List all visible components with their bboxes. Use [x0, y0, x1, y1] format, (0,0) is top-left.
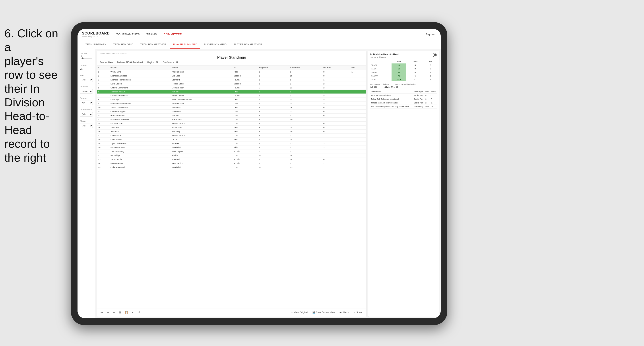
share-button[interactable]: ↗ Share	[352, 310, 364, 315]
tab-player-summary[interactable]: PLAYER SUMMARY	[170, 40, 200, 49]
h2h-tie: 5	[424, 67, 437, 71]
undo2-button[interactable]: ↩	[106, 310, 110, 315]
watch-button[interactable]: 👁 Watch	[338, 310, 350, 315]
cell-no-rds: 0	[322, 114, 350, 118]
watch-label: Watch	[342, 311, 349, 314]
cell-no-rds: 2	[322, 82, 350, 86]
table-row[interactable]: 23 Jack Lundin Missouri Fourth 11 24 0	[97, 158, 366, 162]
player-select[interactable]: (All)	[80, 124, 93, 128]
cell-no-rds: 8	[322, 70, 350, 74]
cell-conf-rank: 1	[289, 70, 322, 74]
col-conf-rank: Conf Rank	[289, 66, 322, 70]
table-row[interactable]: 4 Luke Claton Florida State Second 1 27 …	[97, 82, 366, 86]
nav-committee[interactable]: COMMITTEE	[164, 32, 182, 37]
table-row[interactable]: 19 Tiger Christensen Arizona Third 8 23 …	[97, 142, 366, 146]
table-row[interactable]: 3 Michael Thorbjornsen Stanford Fourth 1…	[97, 78, 366, 82]
division-select[interactable]: NCAA Division I	[80, 89, 93, 94]
panel-title: Player Standings	[100, 55, 364, 59]
table-row[interactable]: 9 Preston Summerhays Arizona State Third…	[97, 102, 366, 106]
table-row[interactable]: 6 Jackson Koivun Auburn First 1 1 1	[97, 90, 366, 94]
tab-player-h2h-grid[interactable]: PLAYER H2H GRID	[200, 40, 230, 49]
cell-conf-rank: 30	[289, 118, 322, 122]
tourn-pos: Win	[424, 105, 430, 109]
cell-num: 10	[97, 106, 110, 110]
sign-out-link[interactable]: Sign out	[426, 33, 436, 36]
no-rds-value: 6	[80, 55, 92, 57]
cell-conf-rank: 23	[289, 142, 322, 146]
table-row[interactable]: 17 David Ford North Carolina Third 8 21 …	[97, 134, 366, 138]
cell-win	[350, 126, 366, 130]
tab-player-h2h-heatmap[interactable]: PLAYER H2H HEATMAP	[230, 40, 266, 49]
cell-reg-rank: 11	[258, 158, 289, 162]
cell-conf-rank: 24	[289, 138, 322, 142]
cell-conf-rank: 23	[289, 122, 322, 126]
copy-button[interactable]: ⎘	[118, 310, 123, 315]
tournament-row: SEC Match Play hosted by Jerry Pate Roun…	[370, 105, 437, 109]
table-row[interactable]: 14 Maxwell Ford North Carolina Third 6 2…	[97, 122, 366, 126]
paste-button[interactable]: 📋	[124, 310, 129, 315]
redo-button[interactable]: ↪	[112, 310, 116, 315]
h2h-loss: 11	[406, 78, 424, 81]
table-row[interactable]: 15 Jake Hall Tennessee Fifth 8 24 0	[97, 126, 366, 130]
refresh-button[interactable]: ↺	[136, 310, 141, 315]
h2h-row: Top 10 8 3 2	[370, 63, 437, 67]
table-row[interactable]: 25 Cole Sherwood Vanderbilt Third 12 23 …	[97, 165, 366, 169]
cell-reg-rank: 1	[258, 82, 289, 86]
region-select[interactable]: N/A	[80, 101, 93, 105]
cell-school: Texas A&M	[171, 118, 232, 122]
cell-reg-rank: 6	[258, 118, 289, 122]
cell-school: Auburn	[171, 114, 232, 118]
view-original-button[interactable]: 👁 View: Original	[289, 310, 310, 315]
conference-select[interactable]: (All)	[80, 112, 93, 117]
cell-reg-rank: 1	[258, 74, 289, 78]
table-row[interactable]: 20 Matthew Riedel Vanderbilt Fifth 9 1 2	[97, 146, 366, 150]
tab-team-summary[interactable]: TEAM SUMMARY	[82, 40, 110, 49]
table-row[interactable]: 21 Taehoon Song Washington Fourth 6 22 1	[97, 150, 366, 154]
no-rds-slider[interactable]	[80, 58, 92, 59]
nav-teams[interactable]: TEAMS	[146, 32, 157, 37]
table-row[interactable]: 22 Ian Gilligan Florida Third 10 24 1	[97, 154, 366, 158]
table-row[interactable]: 12 Brendan Valles Auburn Third 4 1 0	[97, 114, 366, 118]
table-row[interactable]: 7 Nicholas Gabrelcik North Florida Fourt…	[97, 94, 366, 98]
cell-num: 11	[97, 110, 110, 114]
tourn-type: Stroke Play	[413, 97, 424, 101]
tourn-score: 18-1	[430, 105, 437, 109]
table-row[interactable]: 5 Christo Lamprecht Georgia Tech Fourth …	[97, 86, 366, 90]
tournament-row: Mirabel Maui Jim Intercollegiate Stroke …	[370, 101, 437, 105]
no-rds-label: No Rds.	[80, 53, 92, 55]
table-row[interactable]: 24 Bastian Amat New Mexico Fourth 1 27 2	[97, 162, 366, 165]
nav-tournaments[interactable]: TOURNAMENTS	[116, 32, 140, 37]
cell-no-rds: 0	[322, 110, 350, 114]
h2h-close-button[interactable]: ✕	[433, 53, 437, 57]
tab-team-h2h-grid[interactable]: TEAM H2H GRID	[110, 40, 137, 49]
cell-player: Michael Thorbjornsen	[110, 78, 170, 82]
cell-yr: Fifth	[232, 106, 258, 110]
table-row[interactable]: 13 Phichaksn Maichon Texas A&M Third 6 3…	[97, 118, 366, 122]
h2h-col-rank	[370, 60, 392, 63]
cell-conf-rank: 27	[289, 94, 322, 98]
cell-num: 15	[97, 126, 110, 130]
tab-team-h2h-heatmap[interactable]: TEAM H2H HEATMAP	[137, 40, 170, 49]
undo-button[interactable]: ↩	[99, 310, 104, 315]
year-select[interactable]: (All)	[80, 78, 93, 82]
cell-reg-rank: 1	[258, 94, 289, 98]
region-label: Region	[80, 97, 93, 99]
table-row[interactable]: 10 Jacob Mac Diease Arkansas Fifth 4 25 …	[97, 106, 366, 110]
table-row[interactable]: 1 Wenyi Ding Arizona State First 1 1 8 1	[97, 70, 366, 74]
table-row[interactable]: 18 Luke Powell UCLA First 9 24 1	[97, 138, 366, 142]
tourn-name: Amer Ari Intercollegiate	[370, 94, 413, 97]
save-custom-button[interactable]: 💾 Save Custom View	[311, 310, 336, 315]
table-row[interactable]: 11 Gordon Sargent Vanderbilt Third 4 21 …	[97, 110, 366, 114]
table-row[interactable]: 8 Mats Ege East Tennessee State Fifth 1 …	[97, 98, 366, 102]
cell-win	[350, 74, 366, 78]
cell-school: Tennessee	[171, 126, 232, 130]
tourn-type: Stroke Play	[413, 94, 424, 97]
update-time: Update time: 27/03/2024 16:56:26	[100, 53, 364, 55]
cell-win	[350, 146, 366, 150]
cell-win	[350, 165, 366, 169]
cut-button[interactable]: ✂	[130, 310, 135, 315]
table-row[interactable]: 16 Alex Goff Kentucky Fifth 8 19 0	[97, 130, 366, 134]
table-row[interactable]: 2 Michael La Sasso Ole Miss Second 1 18 …	[97, 74, 366, 78]
tourn-name: Fallen Oak Collegiate Invitational	[370, 97, 413, 101]
cell-win	[350, 94, 366, 98]
